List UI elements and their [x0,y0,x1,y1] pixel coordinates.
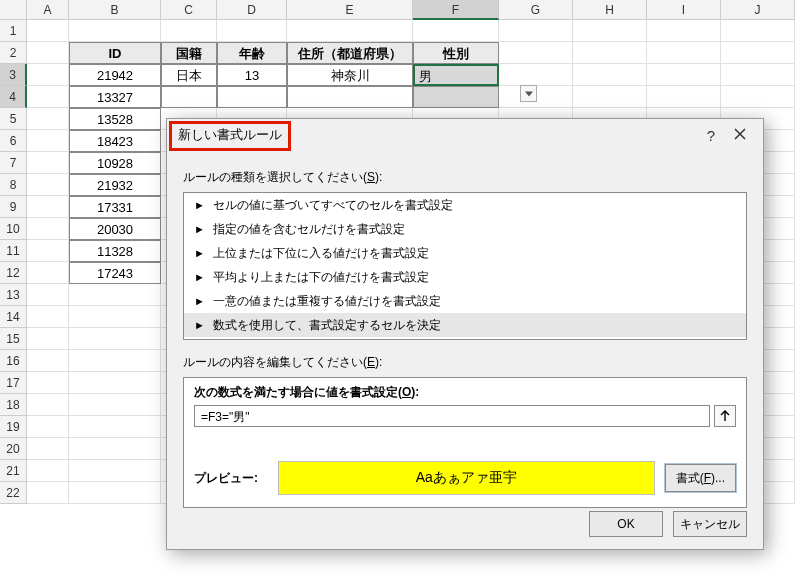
cell-D1[interactable] [217,20,287,42]
cell-B14[interactable] [69,306,161,328]
cell-C4[interactable] [161,86,217,108]
row-header-5[interactable]: 5 [0,108,27,130]
rule-type-option[interactable]: ►セルの値に基づいてすべてのセルを書式設定 [184,193,746,217]
cell-A9[interactable] [27,196,69,218]
cell-I4[interactable] [647,86,721,108]
cancel-button[interactable]: キャンセル [673,511,747,537]
cell-A2[interactable] [27,42,69,64]
formula-input[interactable]: =F3="男" [194,405,710,427]
cell-J1[interactable] [721,20,795,42]
cell-H2[interactable] [573,42,647,64]
cell-dropdown-button[interactable] [520,85,537,102]
row-header-1[interactable]: 1 [0,20,27,42]
cell-B5[interactable]: 13528 [69,108,161,130]
col-header-H[interactable]: H [573,0,647,20]
row-header-17[interactable]: 17 [0,372,27,394]
cell-A5[interactable] [27,108,69,130]
row-header-22[interactable]: 22 [0,482,27,504]
cell-A11[interactable] [27,240,69,262]
row-header-3[interactable]: 3 [0,64,27,86]
cell-B15[interactable] [69,328,161,350]
cell-A10[interactable] [27,218,69,240]
collapse-dialog-button[interactable] [714,405,736,427]
cell-G3[interactable] [499,64,573,86]
row-header-18[interactable]: 18 [0,394,27,416]
cell-E3[interactable]: 神奈川 [287,64,413,86]
col-header-J[interactable]: J [721,0,795,20]
format-button[interactable]: 書式(F)... [665,464,736,492]
cell-J2[interactable] [721,42,795,64]
cell-B3[interactable]: 21942 [69,64,161,86]
ok-button[interactable]: OK [589,511,663,537]
cell-B6[interactable]: 18423 [69,130,161,152]
row-header-2[interactable]: 2 [0,42,27,64]
row-header-15[interactable]: 15 [0,328,27,350]
cell-E4[interactable] [287,86,413,108]
cell-B20[interactable] [69,438,161,460]
cell-B17[interactable] [69,372,161,394]
cell-B12[interactable]: 17243 [69,262,161,284]
cell-D3[interactable]: 13 [217,64,287,86]
cell-B8[interactable]: 21932 [69,174,161,196]
cell-A22[interactable] [27,482,69,504]
cell-B4[interactable]: 13327 [69,86,161,108]
cell-B19[interactable] [69,416,161,438]
cell-A6[interactable] [27,130,69,152]
cell-E1[interactable] [287,20,413,42]
cell-B7[interactable]: 10928 [69,152,161,174]
cell-A14[interactable] [27,306,69,328]
cell-I2[interactable] [647,42,721,64]
rule-type-option[interactable]: ►数式を使用して、書式設定するセルを決定 [184,313,746,337]
cell-B2[interactable]: ID [69,42,161,64]
row-header-6[interactable]: 6 [0,130,27,152]
col-header-E[interactable]: E [287,0,413,20]
cell-F1[interactable] [413,20,499,42]
cell-A18[interactable] [27,394,69,416]
cell-H3[interactable] [573,64,647,86]
cell-D2[interactable]: 年齢 [217,42,287,64]
cell-G2[interactable] [499,42,573,64]
row-header-7[interactable]: 7 [0,152,27,174]
cell-A19[interactable] [27,416,69,438]
col-header-A[interactable]: A [27,0,69,20]
row-header-9[interactable]: 9 [0,196,27,218]
cell-B1[interactable] [69,20,161,42]
rule-type-list[interactable]: ►セルの値に基づいてすべてのセルを書式設定►指定の値を含むセルだけを書式設定►上… [183,192,747,340]
cell-B21[interactable] [69,460,161,482]
cell-J3[interactable] [721,64,795,86]
cell-I3[interactable] [647,64,721,86]
row-header-10[interactable]: 10 [0,218,27,240]
cell-D4[interactable] [217,86,287,108]
cell-A21[interactable] [27,460,69,482]
cell-A17[interactable] [27,372,69,394]
rule-type-option[interactable]: ►一意の値または重複する値だけを書式設定 [184,289,746,313]
cell-B13[interactable] [69,284,161,306]
cell-G1[interactable] [499,20,573,42]
row-header-20[interactable]: 20 [0,438,27,460]
cell-C1[interactable] [161,20,217,42]
rule-type-option[interactable]: ►指定の値を含むセルだけを書式設定 [184,217,746,241]
cell-A7[interactable] [27,152,69,174]
row-header-19[interactable]: 19 [0,416,27,438]
cell-A16[interactable] [27,350,69,372]
row-header-21[interactable]: 21 [0,460,27,482]
close-button[interactable] [725,127,755,143]
cell-A12[interactable] [27,262,69,284]
rule-type-option[interactable]: ►平均より上または下の値だけを書式設定 [184,265,746,289]
col-header-F[interactable]: F [413,0,499,20]
cell-A20[interactable] [27,438,69,460]
cell-A13[interactable] [27,284,69,306]
cell-B10[interactable]: 20030 [69,218,161,240]
col-header-B[interactable]: B [69,0,161,20]
cell-J4[interactable] [721,86,795,108]
row-header-14[interactable]: 14 [0,306,27,328]
cell-B16[interactable] [69,350,161,372]
cell-E2[interactable]: 住所（都道府県） [287,42,413,64]
col-header-I[interactable]: I [647,0,721,20]
cell-B22[interactable] [69,482,161,504]
col-header-C[interactable]: C [161,0,217,20]
cell-C2[interactable]: 国籍 [161,42,217,64]
cell-A3[interactable] [27,64,69,86]
rule-type-option[interactable]: ►上位または下位に入る値だけを書式設定 [184,241,746,265]
cell-F4[interactable] [413,86,499,108]
